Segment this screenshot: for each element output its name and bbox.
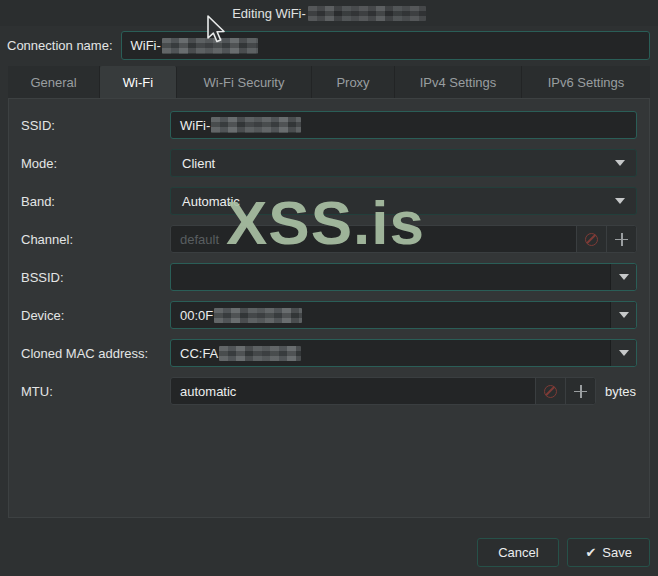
device-label: Device: bbox=[21, 308, 170, 323]
mtu-value[interactable]: automatic bbox=[171, 384, 535, 399]
wifi-settings-panel: SSID: WiFi- Mode: Client Band: Automatic… bbox=[8, 98, 650, 518]
cloned-mac-label: Cloned MAC address: bbox=[21, 346, 170, 361]
bssid-dropdown-button[interactable] bbox=[610, 264, 636, 290]
check-icon: ✔ bbox=[585, 545, 596, 560]
not-allowed-icon bbox=[585, 233, 598, 246]
mode-dropdown[interactable]: Client bbox=[170, 149, 637, 177]
not-allowed-icon bbox=[544, 385, 557, 398]
chevron-down-icon bbox=[615, 160, 625, 166]
tab-ipv6-settings[interactable]: IPv6 Settings bbox=[522, 66, 650, 98]
chevron-down-icon bbox=[619, 312, 629, 318]
cancel-button-label: Cancel bbox=[498, 545, 538, 560]
tab-ipv4-settings[interactable]: IPv4 Settings bbox=[395, 66, 522, 98]
bssid-combobox bbox=[170, 263, 637, 291]
dialog-actions: Cancel ✔ Save bbox=[477, 538, 650, 567]
connection-name-value: WiFi- bbox=[131, 38, 161, 53]
save-button[interactable]: ✔ Save bbox=[567, 538, 650, 567]
tab-wifi-security[interactable]: Wi-Fi Security bbox=[177, 66, 312, 98]
ssid-redacted bbox=[211, 117, 301, 133]
ssid-input[interactable]: WiFi- bbox=[170, 111, 637, 139]
cloned-mac-combobox: CC:FA bbox=[170, 339, 637, 367]
cloned-mac-row: Cloned MAC address: CC:FA bbox=[21, 339, 637, 367]
device-redacted bbox=[214, 308, 302, 323]
tab-proxy[interactable]: Proxy bbox=[312, 66, 395, 98]
channel-decrement-button[interactable] bbox=[576, 226, 606, 252]
save-button-label: Save bbox=[602, 545, 632, 560]
mtu-increment-button[interactable] bbox=[565, 378, 595, 404]
mtu-spinbutton: automatic bbox=[170, 377, 596, 405]
band-label: Band: bbox=[21, 194, 170, 209]
mtu-unit-label: bytes bbox=[605, 384, 636, 399]
connection-name-redacted bbox=[162, 38, 258, 54]
mtu-row: MTU: automatic bytes bbox=[21, 377, 637, 405]
band-value: Automatic bbox=[182, 194, 240, 209]
tab-wifi[interactable]: Wi-Fi bbox=[100, 66, 177, 98]
plus-icon bbox=[615, 233, 628, 246]
connection-name-input[interactable]: WiFi- bbox=[121, 31, 650, 60]
mode-label: Mode: bbox=[21, 156, 170, 171]
window-title: Editing WiFi- bbox=[232, 6, 306, 21]
bssid-row: BSSID: bbox=[21, 263, 637, 291]
device-value[interactable]: 00:0F bbox=[171, 308, 610, 323]
bssid-label: BSSID: bbox=[21, 270, 170, 285]
channel-label: Channel: bbox=[21, 232, 170, 247]
plus-icon bbox=[574, 385, 587, 398]
ssid-value: WiFi- bbox=[180, 118, 210, 133]
device-combobox: 00:0F bbox=[170, 301, 637, 329]
band-row: Band: Automatic bbox=[21, 187, 637, 215]
mtu-label: MTU: bbox=[21, 384, 170, 399]
ssid-row: SSID: WiFi- bbox=[21, 111, 637, 139]
mtu-decrement-button[interactable] bbox=[535, 378, 565, 404]
chevron-down-icon bbox=[615, 198, 625, 204]
title-redacted-text bbox=[308, 6, 426, 21]
tab-general[interactable]: General bbox=[8, 66, 100, 98]
editing-wifi-dialog: { "window": { "title_prefix": "Editing W… bbox=[0, 0, 658, 576]
cloned-mac-redacted bbox=[219, 346, 301, 361]
channel-value[interactable]: default bbox=[171, 232, 576, 247]
device-dropdown-button[interactable] bbox=[610, 302, 636, 328]
band-dropdown[interactable]: Automatic bbox=[170, 187, 637, 215]
chevron-down-icon bbox=[619, 350, 629, 356]
connection-name-row: Connection name: WiFi- bbox=[7, 31, 650, 60]
channel-spinbutton: default bbox=[170, 225, 637, 253]
settings-tabs: General Wi-Fi Wi-Fi Security Proxy IPv4 … bbox=[8, 66, 650, 98]
device-row: Device: 00:0F bbox=[21, 301, 637, 329]
cloned-mac-dropdown-button[interactable] bbox=[610, 340, 636, 366]
cancel-button[interactable]: Cancel bbox=[477, 538, 559, 567]
chevron-down-icon bbox=[619, 274, 629, 280]
ssid-label: SSID: bbox=[21, 118, 170, 133]
mode-row: Mode: Client bbox=[21, 149, 637, 177]
mode-value: Client bbox=[182, 156, 215, 171]
channel-row: Channel: default bbox=[21, 225, 637, 253]
titlebar: Editing WiFi- bbox=[0, 0, 658, 26]
channel-increment-button[interactable] bbox=[606, 226, 636, 252]
connection-name-label: Connection name: bbox=[7, 38, 113, 53]
cloned-mac-value[interactable]: CC:FA bbox=[171, 346, 610, 361]
